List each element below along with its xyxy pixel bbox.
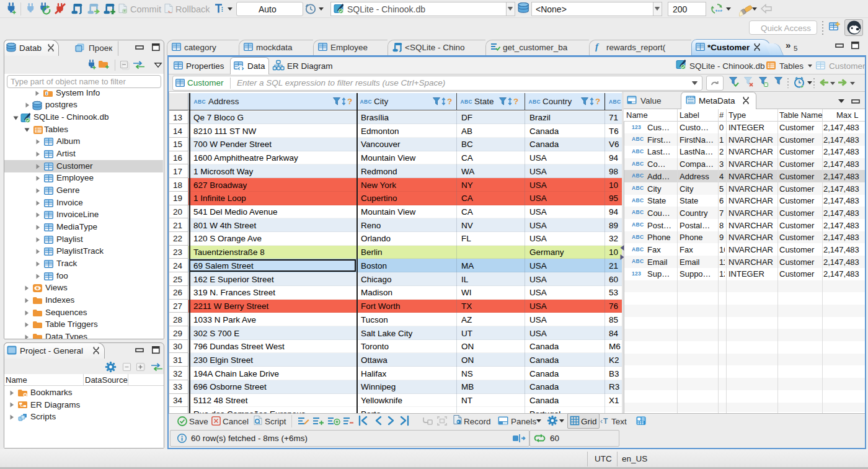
svg-text:f: f [595, 42, 600, 51]
svg-text:‹: ‹ [600, 417, 603, 426]
svg-text:T: T [603, 417, 608, 426]
